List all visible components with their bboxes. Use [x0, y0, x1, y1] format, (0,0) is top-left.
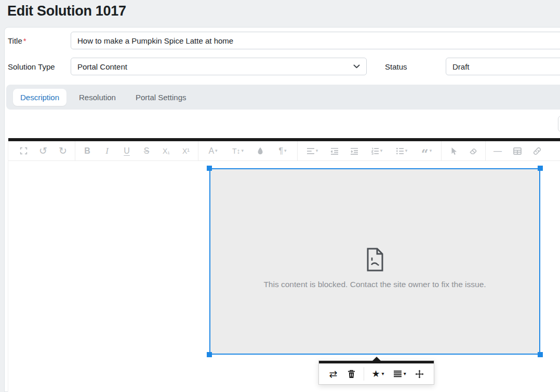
tab-resolution[interactable]: Resolution [72, 89, 123, 106]
chevron-down-icon: ▾ [316, 148, 318, 153]
title-label: Title* [8, 36, 26, 45]
text-color-icon: A [208, 147, 214, 155]
move-button[interactable] [410, 363, 429, 384]
block-popup-toolbar: ⇄ ★▾ ▾ [318, 360, 434, 385]
font-size-icon: T↕ [232, 147, 241, 155]
superscript-button[interactable]: X¹ [176, 141, 196, 161]
horizontal-rule-button[interactable]: — [488, 141, 508, 161]
quote-button[interactable]: “▾ [414, 141, 439, 161]
outdent-button[interactable] [325, 141, 344, 161]
font-size-button[interactable]: T↕▾ [225, 141, 250, 161]
editor-toolbar: ↺ ↻ B I U S X₁ X¹ A▾ T↕▾ ¶▾ ▾ [8, 141, 560, 161]
unordered-list-button[interactable]: ▾ [389, 141, 414, 161]
redo-button[interactable]: ↻ [53, 141, 73, 161]
edge-button-fragment[interactable] [558, 116, 560, 132]
toolbar-separator [441, 141, 442, 161]
swap-arrows-icon: ⇄ [329, 369, 337, 379]
fullscreen-button[interactable] [14, 141, 33, 161]
fullscreen-icon [20, 147, 28, 155]
form-card: Title* Solution Type Portal Content Stat… [4, 27, 560, 392]
blocked-content-frame[interactable]: This content is blocked. Contact the sit… [209, 168, 540, 355]
replace-button[interactable]: ⇄ [324, 363, 342, 384]
outdent-icon [330, 147, 339, 155]
toolbar-separator [198, 141, 198, 161]
chevron-down-icon: ▾ [382, 371, 384, 376]
strikethrough-button[interactable]: S [137, 141, 156, 161]
editor-content[interactable]: This content is blocked. Contact the sit… [8, 161, 560, 392]
undo-icon: ↺ [39, 146, 47, 156]
popup-button-row: ⇄ ★▾ ▾ [319, 363, 434, 384]
status-value: Draft [452, 62, 470, 71]
star-icon: ★ [371, 369, 380, 379]
chevron-down-icon: ▾ [404, 371, 406, 376]
italic-icon: I [105, 146, 109, 155]
solution-type-select[interactable]: Portal Content [71, 58, 367, 75]
chevron-down-icon [353, 64, 360, 69]
popup-separator [364, 367, 364, 381]
horizontal-rule-icon: — [494, 147, 502, 155]
tab-portal-settings[interactable]: Portal Settings [128, 89, 194, 106]
resize-handle-bottom-left[interactable] [207, 352, 212, 357]
rich-text-editor: ↺ ↻ B I U S X₁ X¹ A▾ T↕▾ ¶▾ ▾ [8, 138, 560, 392]
clear-formatting-button[interactable] [463, 141, 483, 161]
quote-icon: “ [421, 153, 429, 156]
resize-handle-top-right[interactable] [538, 166, 543, 171]
highlight-color-button[interactable] [250, 141, 270, 161]
cursor-icon [450, 147, 457, 155]
text-color-button[interactable]: A▾ [201, 141, 225, 161]
chevron-down-icon: ▾ [430, 148, 432, 153]
status-select[interactable]: Draft [446, 58, 560, 75]
page-title: Edit Solution 1017 [7, 3, 126, 19]
indent-button[interactable] [344, 141, 364, 161]
blocked-message: This content is blocked. Contact the sit… [263, 280, 486, 289]
move-icon [415, 370, 424, 379]
italic-button[interactable]: I [97, 141, 117, 161]
table-icon [513, 147, 522, 155]
insert-link-button[interactable] [527, 141, 547, 161]
resize-handle-top-left[interactable] [207, 166, 212, 171]
chevron-down-icon: ▾ [242, 148, 244, 153]
solution-type-value: Portal Content [77, 62, 127, 71]
align-left-icon [306, 147, 315, 155]
unordered-list-icon [396, 147, 404, 155]
trash-icon [348, 370, 355, 379]
resize-handle-bottom-right[interactable] [538, 352, 543, 357]
status-label: Status [385, 62, 407, 71]
title-input[interactable] [71, 32, 560, 49]
chevron-down-icon: ▾ [405, 148, 408, 153]
underline-icon: U [124, 147, 130, 155]
display-lines-icon [393, 370, 402, 377]
title-label-text: Title [8, 36, 22, 45]
tab-bar: Description Resolution Portal Settings [6, 85, 560, 110]
display-options-button[interactable]: ▾ [389, 363, 410, 384]
tab-description[interactable]: Description [13, 89, 66, 106]
indent-icon [350, 147, 358, 155]
eraser-icon [469, 147, 477, 155]
sad-file-icon [366, 248, 384, 272]
chevron-down-icon: ▾ [215, 148, 218, 153]
toolbar-separator [75, 141, 75, 161]
chevron-down-icon: ▾ [380, 148, 383, 153]
ordered-list-icon [371, 147, 379, 155]
align-button[interactable]: ▾ [300, 141, 325, 161]
paragraph-icon: ¶ [278, 147, 283, 155]
bold-button[interactable]: B [77, 141, 97, 161]
redo-icon: ↻ [59, 146, 67, 156]
select-all-button[interactable] [444, 141, 463, 161]
paragraph-format-button[interactable]: ¶▾ [270, 141, 295, 161]
solution-type-label: Solution Type [8, 62, 55, 71]
required-asterisk: * [23, 36, 26, 45]
superscript-icon: X¹ [182, 147, 190, 155]
subscript-icon: X₁ [163, 147, 170, 155]
strikethrough-icon: S [144, 147, 150, 155]
undo-button[interactable]: ↺ [33, 141, 53, 161]
bold-icon: B [84, 147, 90, 155]
style-button[interactable]: ★▾ [367, 363, 389, 384]
chevron-down-icon: ▾ [284, 148, 287, 153]
delete-button[interactable] [342, 363, 361, 384]
insert-table-button[interactable] [508, 141, 527, 161]
ordered-list-button[interactable]: ▾ [364, 141, 389, 161]
popup-caret-icon [372, 357, 381, 361]
subscript-button[interactable]: X₁ [156, 141, 176, 161]
underline-button[interactable]: U [117, 141, 137, 161]
